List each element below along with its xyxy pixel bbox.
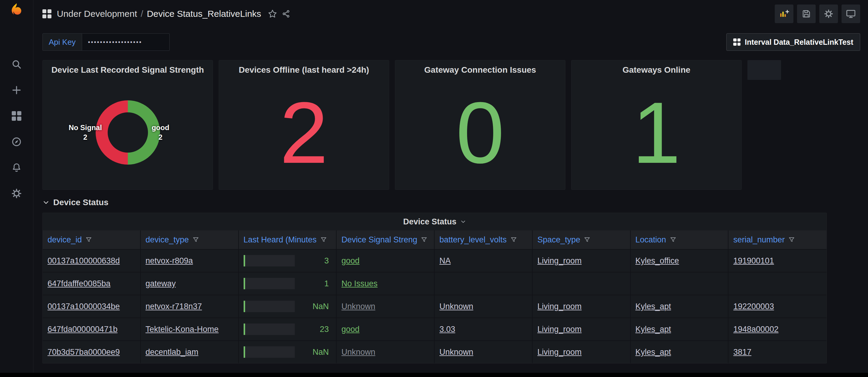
small-empty-panel <box>747 60 781 80</box>
four-squares-icon <box>733 38 741 46</box>
cell-signal-link[interactable]: Unknown <box>341 302 375 311</box>
row-section-device-status[interactable]: Device Status <box>42 195 827 210</box>
star-favorite-icon[interactable] <box>268 9 277 19</box>
column-header-device-type[interactable]: device_type <box>141 230 239 249</box>
cell-device-type-link[interactable]: netvox-r718n37 <box>146 302 202 311</box>
cell-signal-link[interactable]: good <box>341 325 360 334</box>
filter-funnel-icon[interactable] <box>670 236 676 243</box>
filter-funnel-icon[interactable] <box>85 236 92 243</box>
table-row: 00137a10000034be netvox-r718n37 NaN Unkn… <box>43 295 827 317</box>
filter-funnel-icon[interactable] <box>320 236 327 243</box>
panel-title[interactable]: Gateway Connection Issues <box>395 60 565 75</box>
cell-signal-link[interactable]: good <box>341 256 360 266</box>
cell-device-id-link[interactable]: 647fdafffe0085ba <box>48 279 111 288</box>
cell-location-link[interactable]: Kyles_apt <box>636 348 671 357</box>
cell-location-link[interactable]: Kyles_office <box>636 256 679 266</box>
stat-value: 2 <box>219 75 389 190</box>
panel-title[interactable]: Device Last Recorded Signal Strength <box>43 60 213 75</box>
breadcrumb-dashboard-title[interactable]: Device Status_RelativeLinks <box>147 9 261 19</box>
cell-signal-link[interactable]: Unknown <box>341 348 375 357</box>
breadcrumb-separator: / <box>141 9 143 19</box>
tv-mode-monitor-icon[interactable] <box>841 4 860 23</box>
cell-location-link[interactable]: Kyles_apt <box>636 302 671 311</box>
filter-funnel-icon[interactable] <box>192 236 199 243</box>
column-header-location[interactable]: Location <box>631 230 729 249</box>
column-header-last-heard[interactable]: Last Heard (Minutes <box>239 230 337 249</box>
cell-location-link[interactable]: Kyles_apt <box>636 325 671 334</box>
last-heard-gauge <box>244 278 295 289</box>
alerting-bell-icon[interactable] <box>10 162 23 174</box>
dashboard-submenu: Api Key •••••••••••••••••• Interval Data… <box>33 28 868 57</box>
last-heard-gauge <box>244 255 295 267</box>
panel-title[interactable]: Gateways Online <box>571 60 741 75</box>
cell-device-type-link[interactable]: gateway <box>146 279 176 288</box>
table-row: 647fda000000471b Tektelic-Kona-Home 23 g… <box>43 317 827 340</box>
cell-serial-number-link[interactable]: 1948a00002 <box>733 325 778 334</box>
filter-funnel-icon[interactable] <box>584 236 590 243</box>
cell-space-type-link[interactable]: Living_room <box>537 256 582 266</box>
breadcrumb-grid-icon[interactable] <box>42 9 52 18</box>
add-panel-icon[interactable] <box>775 4 794 23</box>
cell-serial-number-link[interactable]: 3817 <box>733 348 751 357</box>
donut-chart: No Signal 2 good 2 <box>96 100 160 165</box>
column-header-device-id[interactable]: device_id <box>43 230 141 249</box>
dashboard-content: Device Last Recorded Signal Strength No … <box>33 57 868 364</box>
column-header-serial-number[interactable]: serial_number <box>728 230 827 249</box>
last-heard-value: 23 <box>320 325 329 334</box>
cell-device-id-link[interactable]: 647fda000000471b <box>48 325 118 334</box>
table-panel-title[interactable]: Device Status <box>43 213 827 230</box>
cell-signal-link[interactable]: No Issues <box>341 279 377 288</box>
last-heard-gauge <box>244 323 295 335</box>
cell-battery-link[interactable]: Unknown <box>439 302 473 311</box>
cell-space-type-link[interactable]: Living_room <box>537 302 582 311</box>
last-heard-gauge <box>244 346 295 358</box>
breadcrumb-folder[interactable]: Under Development <box>57 9 137 19</box>
grafana-dashboard: Under Development / Device Status_Relati… <box>0 0 868 377</box>
filter-funnel-icon[interactable] <box>510 236 517 243</box>
top-navbar: Under Development / Device Status_Relati… <box>33 0 868 28</box>
cell-battery-link[interactable]: Unknown <box>439 348 473 357</box>
dashboard-settings-gear-icon[interactable] <box>819 4 838 23</box>
panel-gateways-online: Gateways Online 1 <box>571 60 742 190</box>
cell-device-type-link[interactable]: decentlab_iam <box>146 348 198 357</box>
cell-battery-link[interactable]: NA <box>439 256 451 266</box>
table-header-row: device_id device_type Last Heard (Minute… <box>43 230 827 249</box>
cell-space-type-link[interactable]: Living_room <box>537 325 582 334</box>
filter-funnel-icon[interactable] <box>421 236 427 243</box>
cell-device-type-link[interactable]: netvox-r809a <box>146 256 193 266</box>
plus-create-icon[interactable] <box>10 84 23 96</box>
panel-gateway-issues: Gateway Connection Issues 0 <box>395 60 565 190</box>
api-key-variable-value[interactable]: •••••••••••••••••• <box>82 33 169 51</box>
cell-device-id-link[interactable]: 00137a100000638d <box>48 256 120 266</box>
dashboards-icon[interactable] <box>10 110 23 122</box>
interval-data-link-label: Interval Data_RelativeLinkTest <box>745 38 853 46</box>
column-header-battery[interactable]: battery_level_volts <box>435 230 533 249</box>
explore-compass-icon[interactable] <box>10 136 23 148</box>
interval-data-link-button[interactable]: Interval Data_RelativeLinkTest <box>726 33 860 51</box>
cell-battery-link[interactable]: 3.03 <box>439 325 455 334</box>
cell-device-id-link[interactable]: 70b3d57ba0000ee9 <box>48 348 120 357</box>
filter-funnel-icon[interactable] <box>788 236 795 243</box>
save-dashboard-icon[interactable] <box>797 4 816 23</box>
configuration-gear-icon[interactable] <box>10 187 23 200</box>
table-panel-title-text: Device Status <box>403 217 456 227</box>
cell-device-id-link[interactable]: 00137a10000034be <box>48 302 120 311</box>
cell-space-type-link[interactable]: Living_room <box>537 348 582 357</box>
stat-panel-row: Device Last Recorded Signal Strength No … <box>42 60 827 190</box>
cell-serial-number-link[interactable]: 191900101 <box>733 256 774 266</box>
panel-devices-offline: Devices Offline (last heard >24h) 2 <box>219 60 389 190</box>
panel-signal-strength: Device Last Recorded Signal Strength No … <box>42 60 213 190</box>
panel-title[interactable]: Devices Offline (last heard >24h) <box>219 60 389 75</box>
column-header-signal[interactable]: Device Signal Streng <box>337 230 435 249</box>
last-heard-value: NaN <box>312 348 329 357</box>
grafana-logo-icon[interactable] <box>9 2 24 17</box>
search-icon[interactable] <box>10 58 23 70</box>
chevron-down-icon <box>460 219 466 225</box>
share-icon[interactable] <box>281 9 290 18</box>
column-header-space-type[interactable]: Space_type <box>533 230 631 249</box>
cell-device-type-link[interactable]: Tektelic-Kona-Home <box>146 325 219 334</box>
stat-value: 0 <box>395 75 565 190</box>
donut-label-no-signal: No Signal 2 <box>64 123 106 142</box>
table-row: 647fdafffe0085ba gateway 1 No Issues <box>43 272 827 295</box>
cell-serial-number-link[interactable]: 192200003 <box>733 302 774 311</box>
